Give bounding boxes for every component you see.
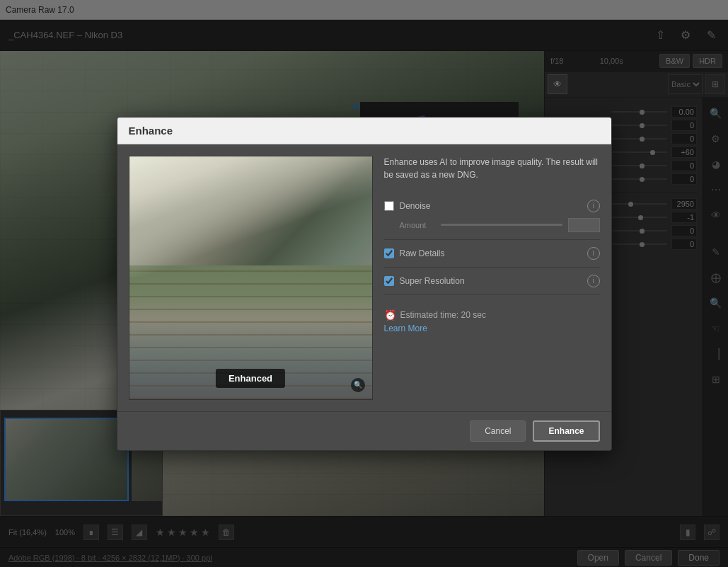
- dialog-body: Enhanced 🔍 Enhance uses AI to improve im…: [117, 144, 611, 411]
- denoise-info-icon[interactable]: i: [587, 200, 600, 212]
- estimated-time-row: ⏰ Estimated time: 20 sec: [384, 309, 600, 321]
- clock-icon: ⏰: [384, 309, 396, 321]
- amount-slider[interactable]: [441, 224, 562, 226]
- denoise-checkbox[interactable]: [384, 201, 394, 211]
- denoise-section: Denoise i Amount: [384, 193, 600, 240]
- super-resolution-info-icon[interactable]: i: [587, 275, 600, 287]
- dialog-footer: Cancel Enhance: [117, 411, 611, 450]
- raw-details-row: Raw Details i: [384, 247, 600, 260]
- raw-details-checkbox[interactable]: [384, 248, 394, 258]
- preview-image: Enhanced 🔍: [129, 156, 373, 400]
- super-resolution-section: Super Resolution i: [384, 268, 600, 295]
- raw-details-section: Raw Details i: [384, 240, 600, 268]
- amount-label: Amount: [400, 221, 435, 229]
- raw-details-label: Raw Details: [400, 248, 582, 258]
- amount-row: Amount: [384, 218, 600, 232]
- denoise-row: Denoise i: [384, 200, 600, 212]
- options-panel: Enhance uses AI to improve image quality…: [384, 156, 600, 400]
- dialog-enhance-button[interactable]: Enhance: [533, 420, 599, 442]
- dialog-title: Enhance: [129, 125, 600, 137]
- raw-details-info-icon[interactable]: i: [587, 247, 600, 260]
- modal-overlay: Enhance Enhanced 🔍 Enhance uses AI to im…: [0, 0, 728, 567]
- preview-panel: Enhanced 🔍: [129, 156, 373, 400]
- dialog-header: Enhance: [117, 118, 611, 144]
- zoom-preview-icon[interactable]: 🔍: [351, 378, 365, 392]
- denoise-label: Denoise: [400, 201, 582, 211]
- enhance-dialog: Enhance Enhanced 🔍 Enhance uses AI to im…: [117, 117, 612, 451]
- enhanced-label: Enhanced: [216, 369, 285, 388]
- learn-more-link[interactable]: Learn More: [384, 323, 600, 333]
- estimated-time-label: Estimated time: 20 sec: [400, 310, 486, 320]
- super-resolution-row: Super Resolution i: [384, 275, 600, 287]
- dialog-description: Enhance uses AI to improve image quality…: [384, 156, 600, 181]
- super-resolution-label: Super Resolution: [400, 276, 582, 286]
- dialog-cancel-button[interactable]: Cancel: [470, 420, 526, 442]
- amount-value: [568, 218, 600, 232]
- super-resolution-checkbox[interactable]: [384, 276, 394, 286]
